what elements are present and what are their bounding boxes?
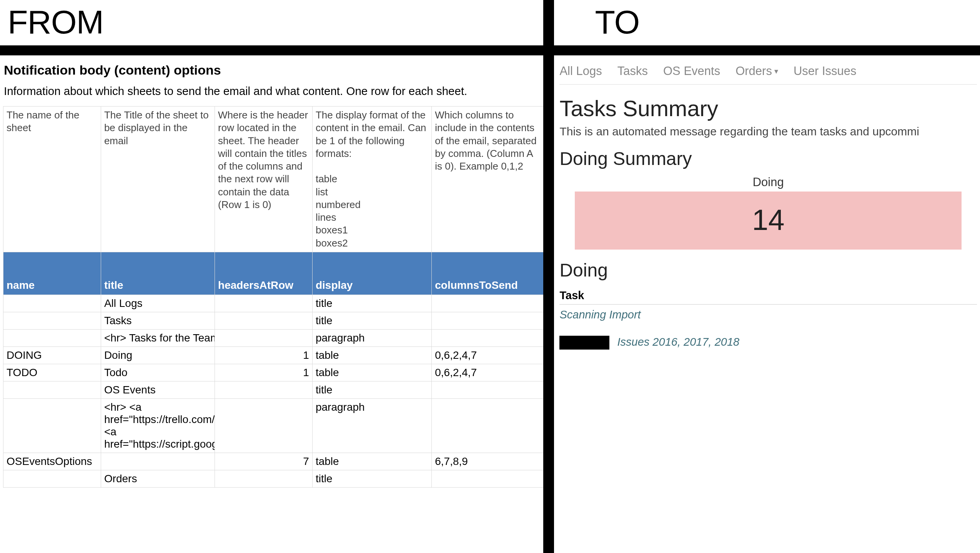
cell-name[interactable] — [3, 470, 101, 487]
table-row: Taskstitle — [3, 312, 546, 329]
cell-display[interactable]: title — [312, 295, 431, 312]
table-row: DOINGDoing1table0,6,2,4,7 — [3, 346, 546, 364]
cell-name[interactable] — [3, 381, 101, 398]
desc-columnsToSend: Which columns to include in the contents… — [432, 107, 546, 252]
task-row[interactable]: Scanning Import — [559, 305, 977, 325]
desc-display: The display format of the content in the… — [312, 107, 431, 252]
doc-subtitle: Information about which sheets to send t… — [4, 85, 546, 98]
table-row: TODOTodo1table0,6,2,4,7 — [3, 364, 546, 381]
cell-columnsToSend[interactable]: 0,6,2,4,7 — [432, 364, 546, 381]
horizontal-divider — [0, 45, 980, 55]
issues-line[interactable]: Issues 2016, 2017, 2018 — [559, 336, 977, 350]
cell-headersAtRow[interactable] — [215, 470, 313, 487]
cell-columnsToSend[interactable] — [432, 295, 546, 312]
table-row: <hr> <a href="https://trello.com/b/h6u <… — [3, 398, 546, 453]
stat-label: Doing — [575, 175, 962, 189]
cell-columnsToSend[interactable] — [432, 470, 546, 487]
cell-name[interactable] — [3, 329, 101, 346]
from-label: FROM — [8, 3, 539, 41]
cell-title[interactable]: <hr> Tasks for the Team as defined in — [101, 329, 215, 346]
cell-columnsToSend[interactable] — [432, 381, 546, 398]
table-row: All Logstitle — [3, 295, 546, 312]
tab-label: Orders — [735, 64, 772, 78]
col-headersAtRow: headersAtRow — [215, 252, 313, 295]
cell-headersAtRow[interactable] — [215, 312, 313, 329]
column-header-row: name title headersAtRow display columnsT… — [3, 252, 546, 295]
redacted-block — [559, 336, 609, 350]
split-view: FROM Notification body (content) options… — [0, 0, 980, 553]
cell-display[interactable]: table — [312, 453, 431, 470]
cell-name[interactable]: TODO — [3, 364, 101, 381]
cell-display[interactable]: table — [312, 364, 431, 381]
cell-title[interactable]: <hr> <a href="https://trello.com/b/h6u <… — [101, 398, 215, 453]
cell-name[interactable]: DOING — [3, 346, 101, 364]
doc-title: Notification body (content) options — [4, 63, 546, 78]
intro-text: This is an automated message regarding t… — [559, 125, 977, 138]
cell-display[interactable]: table — [312, 346, 431, 364]
spec-table: The name of the sheet The Title of the s… — [3, 106, 546, 488]
stat-card: Doing 14 — [575, 175, 962, 250]
cell-title[interactable]: Doing — [101, 346, 215, 364]
cell-columnsToSend[interactable]: 0,6,2,4,7 — [432, 346, 546, 364]
tab-tasks[interactable]: Tasks — [617, 64, 648, 78]
cell-headersAtRow[interactable]: 7 — [215, 453, 313, 470]
left-body: Notification body (content) options Info… — [0, 45, 549, 488]
left-pane: FROM Notification body (content) options… — [0, 0, 549, 553]
tab-all-logs[interactable]: All Logs — [559, 64, 602, 78]
cell-display[interactable]: title — [312, 381, 431, 398]
cell-columnsToSend[interactable] — [432, 329, 546, 346]
cell-columnsToSend[interactable] — [432, 398, 546, 453]
cell-columnsToSend[interactable]: 6,7,8,9 — [432, 453, 546, 470]
cell-display[interactable]: title — [312, 312, 431, 329]
right-pane: TO All LogsTasksOS EventsOrders▾User Iss… — [549, 0, 980, 553]
cell-headersAtRow[interactable]: 1 — [215, 346, 313, 364]
cell-title[interactable]: OS Events — [101, 381, 215, 398]
cell-columnsToSend[interactable] — [432, 312, 546, 329]
desc-title: The Title of the sheet to be displayed i… — [101, 107, 215, 252]
table-row: OS Eventstitle — [3, 381, 546, 398]
col-title: title — [101, 252, 215, 295]
cell-title[interactable]: Todo — [101, 364, 215, 381]
cell-headersAtRow[interactable] — [215, 381, 313, 398]
tab-label: Tasks — [617, 64, 648, 78]
cell-name[interactable] — [3, 312, 101, 329]
col-display: display — [312, 252, 431, 295]
cell-headersAtRow[interactable] — [215, 295, 313, 312]
cell-title[interactable]: Tasks — [101, 312, 215, 329]
cell-title[interactable]: Orders — [101, 470, 215, 487]
cell-headersAtRow[interactable] — [215, 329, 313, 346]
cell-title[interactable]: All Logs — [101, 295, 215, 312]
col-name: name — [3, 252, 101, 295]
page-heading: Tasks Summary — [559, 95, 977, 121]
cell-name[interactable]: OSEventsOptions — [3, 453, 101, 470]
from-header: FROM — [0, 0, 549, 45]
tab-label: All Logs — [559, 64, 602, 78]
tab-bar: All LogsTasksOS EventsOrders▾User Issues — [559, 61, 977, 85]
table-row: <hr> Tasks for the Team as defined inpar… — [3, 329, 546, 346]
cell-name[interactable] — [3, 295, 101, 312]
cell-title[interactable] — [101, 453, 215, 470]
col-columnsToSend: columnsToSend — [432, 252, 546, 295]
cell-name[interactable] — [3, 398, 101, 453]
to-label: TO — [595, 3, 971, 41]
desc-name: The name of the sheet — [3, 107, 101, 252]
vertical-divider — [543, 0, 554, 553]
tab-os-events[interactable]: OS Events — [663, 64, 720, 78]
tab-orders[interactable]: Orders▾ — [735, 64, 778, 78]
cell-display[interactable]: paragraph — [312, 398, 431, 453]
cell-display[interactable]: title — [312, 470, 431, 487]
right-body: All LogsTasksOS EventsOrders▾User Issues… — [549, 45, 980, 350]
section-doing: Doing — [559, 260, 977, 281]
section-doing-summary: Doing Summary — [559, 148, 977, 169]
chevron-down-icon: ▾ — [774, 67, 778, 76]
table-row: Orderstitle — [3, 470, 546, 487]
table-row: OSEventsOptions7table6,7,8,9 — [3, 453, 546, 470]
cell-headersAtRow[interactable]: 1 — [215, 364, 313, 381]
cell-headersAtRow[interactable] — [215, 398, 313, 453]
to-header: TO — [549, 0, 980, 45]
tab-user-issues[interactable]: User Issues — [794, 64, 857, 78]
task-table-header: Task — [559, 287, 977, 305]
descriptor-row: The name of the sheet The Title of the s… — [3, 107, 546, 252]
desc-headersAtRow: Where is the header row located in the s… — [215, 107, 313, 252]
cell-display[interactable]: paragraph — [312, 329, 431, 346]
